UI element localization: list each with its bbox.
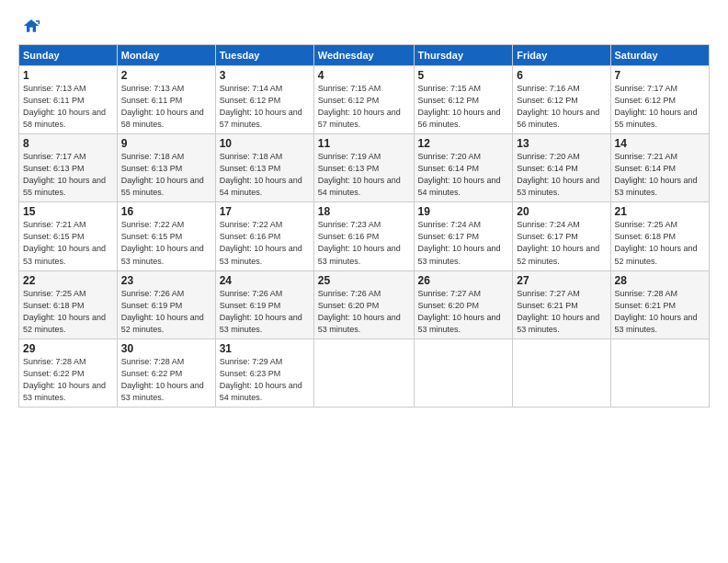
calendar-cell: 4 Sunrise: 7:15 AM Sunset: 6:12 PM Dayli… [313, 66, 414, 134]
calendar-cell: 18 Sunrise: 7:23 AM Sunset: 6:16 PM Dayl… [313, 202, 414, 270]
day-number: 16 [121, 205, 211, 218]
day-number: 12 [418, 137, 509, 150]
day-number: 11 [318, 137, 410, 150]
day-number: 23 [121, 274, 211, 287]
day-number: 14 [615, 137, 705, 150]
day-number: 19 [418, 205, 509, 218]
weekday-header: Monday [117, 45, 215, 66]
day-number: 8 [23, 137, 113, 150]
calendar-cell: 19 Sunrise: 7:24 AM Sunset: 6:17 PM Dayl… [414, 202, 513, 270]
calendar-week-row: 22 Sunrise: 7:25 AM Sunset: 6:18 PM Dayl… [19, 270, 710, 339]
header [18, 17, 710, 35]
day-info: Sunrise: 7:27 AM Sunset: 6:20 PM Dayligh… [418, 288, 509, 336]
calendar-cell: 12 Sunrise: 7:20 AM Sunset: 6:14 PM Dayl… [414, 134, 513, 202]
day-number: 31 [220, 342, 310, 355]
calendar-cell: 3 Sunrise: 7:14 AM Sunset: 6:12 PM Dayli… [215, 66, 313, 134]
calendar-cell: 31 Sunrise: 7:29 AM Sunset: 6:23 PM Dayl… [215, 339, 313, 407]
day-info: Sunrise: 7:24 AM Sunset: 6:17 PM Dayligh… [418, 219, 509, 267]
calendar-cell: 21 Sunrise: 7:25 AM Sunset: 6:18 PM Dayl… [610, 202, 709, 270]
calendar-cell: 15 Sunrise: 7:21 AM Sunset: 6:15 PM Dayl… [19, 202, 118, 270]
calendar-cell: 25 Sunrise: 7:26 AM Sunset: 6:20 PM Dayl… [313, 270, 414, 339]
day-info: Sunrise: 7:13 AM Sunset: 6:11 PM Dayligh… [121, 83, 211, 131]
calendar-cell: 10 Sunrise: 7:18 AM Sunset: 6:13 PM Dayl… [215, 134, 313, 202]
calendar-cell: 29 Sunrise: 7:28 AM Sunset: 6:22 PM Dayl… [19, 339, 118, 407]
calendar-cell: 7 Sunrise: 7:17 AM Sunset: 6:12 PM Dayli… [610, 66, 709, 134]
day-number: 7 [615, 69, 705, 82]
logo [18, 17, 42, 35]
day-number: 4 [318, 69, 410, 82]
calendar-cell: 2 Sunrise: 7:13 AM Sunset: 6:11 PM Dayli… [117, 66, 215, 134]
day-info: Sunrise: 7:26 AM Sunset: 6:19 PM Dayligh… [220, 288, 310, 336]
day-number: 1 [23, 69, 113, 82]
calendar-table: SundayMondayTuesdayWednesdayThursdayFrid… [18, 44, 710, 408]
calendar-cell: 20 Sunrise: 7:24 AM Sunset: 6:17 PM Dayl… [513, 202, 610, 270]
calendar-cell: 28 Sunrise: 7:28 AM Sunset: 6:21 PM Dayl… [610, 270, 709, 339]
day-info: Sunrise: 7:15 AM Sunset: 6:12 PM Dayligh… [318, 83, 410, 131]
day-info: Sunrise: 7:28 AM Sunset: 6:22 PM Dayligh… [121, 356, 211, 404]
day-info: Sunrise: 7:21 AM Sunset: 6:14 PM Dayligh… [615, 151, 705, 199]
day-info: Sunrise: 7:17 AM Sunset: 6:12 PM Dayligh… [615, 83, 705, 131]
calendar-cell: 16 Sunrise: 7:22 AM Sunset: 6:15 PM Dayl… [117, 202, 215, 270]
day-info: Sunrise: 7:25 AM Sunset: 6:18 PM Dayligh… [615, 219, 705, 267]
calendar-cell: 23 Sunrise: 7:26 AM Sunset: 6:19 PM Dayl… [117, 270, 215, 339]
logo-icon [22, 17, 40, 35]
day-number: 10 [220, 137, 310, 150]
calendar-week-row: 29 Sunrise: 7:28 AM Sunset: 6:22 PM Dayl… [19, 339, 710, 407]
calendar-week-row: 15 Sunrise: 7:21 AM Sunset: 6:15 PM Dayl… [19, 202, 710, 270]
calendar-cell: 30 Sunrise: 7:28 AM Sunset: 6:22 PM Dayl… [117, 339, 215, 407]
day-number: 5 [418, 69, 509, 82]
day-number: 6 [517, 69, 606, 82]
day-info: Sunrise: 7:27 AM Sunset: 6:21 PM Dayligh… [517, 288, 606, 336]
day-info: Sunrise: 7:13 AM Sunset: 6:11 PM Dayligh… [23, 83, 113, 131]
calendar-header-row: SundayMondayTuesdayWednesdayThursdayFrid… [19, 45, 710, 66]
weekday-header: Thursday [414, 45, 513, 66]
day-info: Sunrise: 7:20 AM Sunset: 6:14 PM Dayligh… [418, 151, 509, 199]
day-info: Sunrise: 7:21 AM Sunset: 6:15 PM Dayligh… [23, 219, 113, 267]
day-info: Sunrise: 7:15 AM Sunset: 6:12 PM Dayligh… [418, 83, 509, 131]
day-number: 20 [517, 205, 606, 218]
calendar-week-row: 8 Sunrise: 7:17 AM Sunset: 6:13 PM Dayli… [19, 134, 710, 202]
day-info: Sunrise: 7:20 AM Sunset: 6:14 PM Dayligh… [517, 151, 606, 199]
calendar-cell: 5 Sunrise: 7:15 AM Sunset: 6:12 PM Dayli… [414, 66, 513, 134]
day-number: 9 [121, 137, 211, 150]
calendar-cell: 8 Sunrise: 7:17 AM Sunset: 6:13 PM Dayli… [19, 134, 118, 202]
calendar-cell [513, 339, 610, 407]
calendar-cell: 27 Sunrise: 7:27 AM Sunset: 6:21 PM Dayl… [513, 270, 610, 339]
day-number: 21 [615, 205, 705, 218]
day-number: 17 [220, 205, 310, 218]
weekday-header: Friday [513, 45, 610, 66]
day-info: Sunrise: 7:22 AM Sunset: 6:16 PM Dayligh… [220, 219, 310, 267]
day-info: Sunrise: 7:26 AM Sunset: 6:20 PM Dayligh… [318, 288, 410, 336]
weekday-header: Saturday [610, 45, 709, 66]
day-info: Sunrise: 7:19 AM Sunset: 6:13 PM Dayligh… [318, 151, 410, 199]
weekday-header: Tuesday [215, 45, 313, 66]
day-info: Sunrise: 7:17 AM Sunset: 6:13 PM Dayligh… [23, 151, 113, 199]
calendar-cell [414, 339, 513, 407]
day-info: Sunrise: 7:26 AM Sunset: 6:19 PM Dayligh… [121, 288, 211, 336]
weekday-header: Wednesday [313, 45, 414, 66]
day-info: Sunrise: 7:24 AM Sunset: 6:17 PM Dayligh… [517, 219, 606, 267]
day-number: 30 [121, 342, 211, 355]
day-number: 13 [517, 137, 606, 150]
day-number: 25 [318, 274, 410, 287]
day-info: Sunrise: 7:18 AM Sunset: 6:13 PM Dayligh… [121, 151, 211, 199]
weekday-header: Sunday [19, 45, 118, 66]
calendar-cell [313, 339, 414, 407]
calendar-cell: 11 Sunrise: 7:19 AM Sunset: 6:13 PM Dayl… [313, 134, 414, 202]
day-info: Sunrise: 7:22 AM Sunset: 6:15 PM Dayligh… [121, 219, 211, 267]
day-info: Sunrise: 7:23 AM Sunset: 6:16 PM Dayligh… [318, 219, 410, 267]
day-number: 29 [23, 342, 113, 355]
day-info: Sunrise: 7:25 AM Sunset: 6:18 PM Dayligh… [23, 288, 113, 336]
calendar-cell: 1 Sunrise: 7:13 AM Sunset: 6:11 PM Dayli… [19, 66, 118, 134]
calendar-cell [610, 339, 709, 407]
calendar-cell: 17 Sunrise: 7:22 AM Sunset: 6:16 PM Dayl… [215, 202, 313, 270]
day-number: 18 [318, 205, 410, 218]
day-number: 2 [121, 69, 211, 82]
day-number: 22 [23, 274, 113, 287]
calendar-cell: 26 Sunrise: 7:27 AM Sunset: 6:20 PM Dayl… [414, 270, 513, 339]
day-number: 15 [23, 205, 113, 218]
calendar-week-row: 1 Sunrise: 7:13 AM Sunset: 6:11 PM Dayli… [19, 66, 710, 134]
calendar-cell: 14 Sunrise: 7:21 AM Sunset: 6:14 PM Dayl… [610, 134, 709, 202]
calendar-cell: 24 Sunrise: 7:26 AM Sunset: 6:19 PM Dayl… [215, 270, 313, 339]
day-number: 28 [615, 274, 705, 287]
